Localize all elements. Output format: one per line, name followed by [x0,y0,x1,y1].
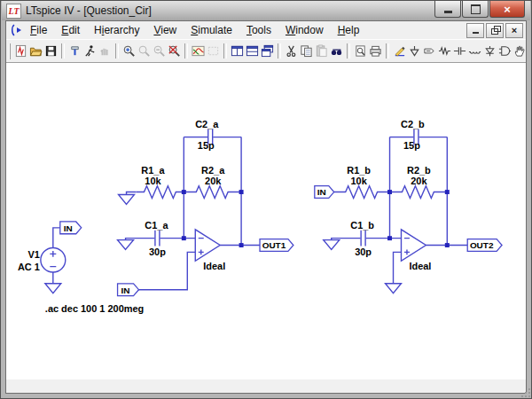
copy-button[interactable] [299,42,314,60]
halt-button[interactable] [98,42,113,60]
new-schematic-button[interactable] [13,42,28,60]
toolbar-gripper[interactable] [9,43,11,59]
label-c2b-value[interactable]: 15p [403,140,420,151]
label-opamp-a[interactable]: Ideal [203,261,225,271]
label-c1b-value[interactable]: 30p [355,246,372,257]
label-r2b-value[interactable]: 20k [411,176,427,186]
capacitor-C1_b[interactable] [361,231,365,246]
wire[interactable] [53,228,60,248]
mdi-restore-button[interactable] [486,23,504,38]
tile-vertically-button[interactable] [230,42,245,60]
resize-grip[interactable] [521,388,523,390]
label-c2a-value[interactable]: 15p [198,140,215,151]
titlebar[interactable]: LT LTspice IV - [Question_Cir] × [2,1,530,20]
place-component-button[interactable] [497,42,512,60]
mdi-minimize-icon [473,32,479,34]
label-v1-value[interactable]: AC 1 [18,262,40,272]
flag-text-out2[interactable]: OUT2 [470,241,494,251]
menu-edit[interactable]: Edit [54,22,87,38]
find-button[interactable] [329,42,344,60]
opamp-A[interactable] [195,230,220,261]
menu-simulate[interactable]: Simulate [184,22,239,38]
place-capacitor-button[interactable] [452,42,467,60]
cascade-windows-button[interactable] [260,42,275,60]
menu-file[interactable]: File [23,22,54,38]
zoom-back-button[interactable] [137,42,152,60]
opamp-B[interactable] [401,230,426,261]
print-button[interactable] [368,42,383,60]
ground-symbol[interactable] [386,284,402,293]
mdi-minimize-button[interactable] [466,23,484,38]
label-c1a-value[interactable]: 30p [149,246,166,257]
menu-hierarchy[interactable]: Hierarchy [87,22,146,38]
spice-error-log-button[interactable] [206,42,221,60]
menu-help[interactable]: Help [331,22,367,38]
label-r2b-name[interactable]: R2_b [407,165,431,176]
place-ground-button[interactable] [407,42,422,60]
toolbar-separator [347,43,350,59]
junction-dot [445,243,450,247]
label-v1-name[interactable]: V1 [27,249,39,260]
resistor-R1_b[interactable] [334,186,390,199]
resistor-R2_a[interactable] [184,186,241,199]
schematic-area[interactable]: V1 AC 1 R1_a 10k R2_a 20k C2_a 15p C1_a … [6,63,526,379]
flag-text-in-b[interactable]: IN [317,188,326,198]
resistor-R2_b[interactable] [390,186,448,199]
zoom-full-extents-icon [168,44,181,58]
place-inductor-button[interactable] [467,42,482,60]
flag-text-in-a[interactable]: IN [121,286,130,295]
label-c2a-name[interactable]: C2_a [195,119,219,129]
run-button[interactable] [82,42,98,60]
zoom-in-button[interactable] [121,42,137,60]
label-opamp-b[interactable]: Ideal [409,261,431,271]
close-button[interactable]: × [489,1,525,18]
label-c1a-name[interactable]: C1_a [145,220,168,231]
zoom-full-extents-button[interactable] [167,42,182,60]
control-panel-button[interactable] [67,42,82,60]
ground-symbol[interactable] [119,194,135,204]
tile-horizontally-button[interactable] [245,42,260,60]
zoom-out-button[interactable] [152,42,167,60]
label-r1a-name[interactable]: R1_a [141,165,165,176]
toolbar-separator [115,43,119,59]
label-r2a-name[interactable]: R2_a [201,165,225,176]
control-panel-icon [68,44,82,58]
open-button[interactable] [28,42,43,60]
label-r1a-value[interactable]: 10k [145,176,161,186]
place-diode-button[interactable] [482,42,497,60]
resistor-R1_a[interactable] [137,186,184,199]
maximize-button[interactable] [462,1,489,18]
move-button[interactable] [512,42,526,60]
save-button[interactable] [43,42,59,60]
wire[interactable] [137,252,195,289]
place-resistor-button[interactable] [437,42,452,60]
label-c1b-name[interactable]: C1_b [350,220,374,231]
menu-items: FileEditHierarchyViewSimulateToolsWindow… [23,22,366,38]
mdi-close-button[interactable]: × [505,23,523,38]
flag-text-out1[interactable]: OUT1 [262,241,286,251]
ground-symbol[interactable] [45,284,61,293]
label-c2b-name[interactable]: C2_b [401,119,425,129]
print-preview-button[interactable] [353,42,368,60]
capacitor-C1_a[interactable] [155,231,160,246]
label-r1b-value[interactable]: 10k [351,176,368,186]
menu-tools[interactable]: Tools [239,22,278,38]
menu-view[interactable]: View [146,22,184,38]
cut-button[interactable] [284,42,299,60]
schematic-canvas[interactable]: V1 AC 1 R1_a 10k R2_a 20k C2_a 15p C1_a … [6,63,526,379]
label-r1b-name[interactable]: R1_b [347,165,371,176]
ground-symbol[interactable] [118,240,134,250]
ground-symbol[interactable] [324,240,340,250]
menu-window[interactable]: Window [278,22,331,38]
spice-directive[interactable]: .ac dec 100 1 200meg [45,303,144,314]
mdi-restore-icon [491,28,498,35]
paste-button[interactable] [314,42,329,60]
label-net-button[interactable] [422,42,437,60]
wire[interactable] [394,252,402,283]
flag-text-in-source[interactable]: IN [64,223,73,233]
minimize-button[interactable] [434,1,461,18]
draw-wire-button[interactable] [392,42,407,60]
toolbar-separator [184,43,188,59]
label-r2a-value[interactable]: 20k [205,176,222,186]
waveform-button[interactable] [191,42,206,60]
